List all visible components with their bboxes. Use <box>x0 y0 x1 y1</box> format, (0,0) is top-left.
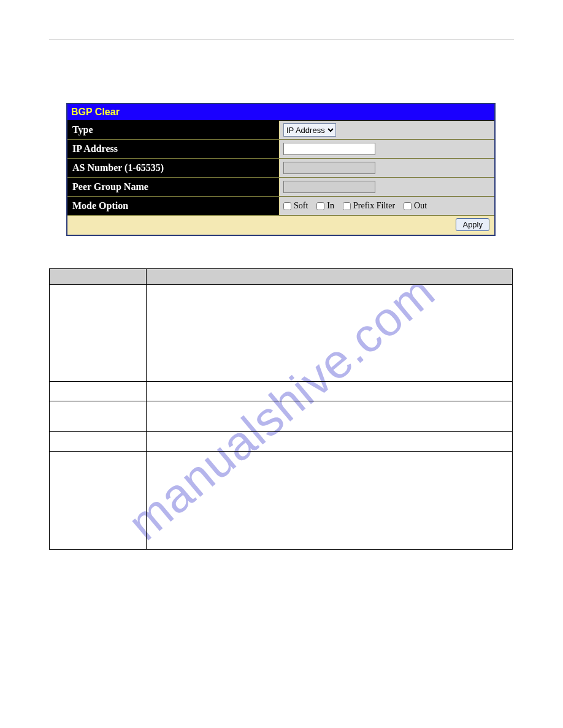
ip-input[interactable] <box>283 143 375 155</box>
row-as: AS Number (1-65535) <box>67 159 494 178</box>
cell-desc <box>147 452 513 550</box>
page-header-rule <box>49 39 514 40</box>
header-param <box>50 269 147 285</box>
field-mode: Soft In Prefix Filter Out <box>279 197 494 215</box>
checkbox-prefix[interactable] <box>343 202 351 210</box>
checkbox-prefix-label: Prefix Filter <box>353 201 395 211</box>
cell-desc <box>147 382 513 401</box>
checkbox-soft-wrap[interactable]: Soft <box>283 201 308 211</box>
cell-param <box>50 382 147 401</box>
peer-input[interactable] <box>283 181 375 193</box>
table-row <box>50 432 513 452</box>
checkbox-out[interactable] <box>404 202 412 210</box>
cell-param <box>50 401 147 432</box>
cell-desc <box>147 285 513 382</box>
checkbox-in[interactable] <box>316 202 324 210</box>
checkbox-out-wrap[interactable]: Out <box>404 201 427 211</box>
table-row <box>50 382 513 401</box>
checkbox-in-label: In <box>327 201 334 211</box>
table-row <box>50 401 513 432</box>
cell-desc <box>147 432 513 452</box>
panel-footer: Apply <box>67 216 494 235</box>
cell-param <box>50 452 147 550</box>
checkbox-prefix-wrap[interactable]: Prefix Filter <box>343 201 395 211</box>
field-ip <box>279 140 494 158</box>
label-ip: IP Address <box>67 140 279 158</box>
field-type: IP Address <box>279 121 494 139</box>
type-select[interactable]: IP Address <box>283 123 336 137</box>
panel-title: BGP Clear <box>67 104 494 121</box>
description-table <box>49 268 513 550</box>
row-type: Type IP Address <box>67 121 494 140</box>
label-mode: Mode Option <box>67 197 279 215</box>
apply-button[interactable]: Apply <box>456 218 489 231</box>
row-mode: Mode Option Soft In Prefix Filter Out <box>67 197 494 216</box>
checkbox-out-label: Out <box>414 201 427 211</box>
cell-param <box>50 285 147 382</box>
checkbox-soft[interactable] <box>283 202 291 210</box>
label-as: AS Number (1-65535) <box>67 159 279 177</box>
as-input[interactable] <box>283 162 375 174</box>
table-row <box>50 452 513 550</box>
checkbox-soft-label: Soft <box>294 201 308 211</box>
field-as <box>279 159 494 177</box>
bgp-clear-panel: BGP Clear Type IP Address IP Address AS … <box>66 103 496 236</box>
label-peer: Peer Group Name <box>67 178 279 196</box>
label-type: Type <box>67 121 279 139</box>
table-row <box>50 285 513 382</box>
header-desc <box>147 269 513 285</box>
cell-param <box>50 432 147 452</box>
cell-desc <box>147 401 513 432</box>
row-peer: Peer Group Name <box>67 178 494 197</box>
checkbox-in-wrap[interactable]: In <box>316 201 334 211</box>
field-peer <box>279 178 494 196</box>
table-header-row <box>50 269 513 285</box>
row-ip: IP Address <box>67 140 494 159</box>
